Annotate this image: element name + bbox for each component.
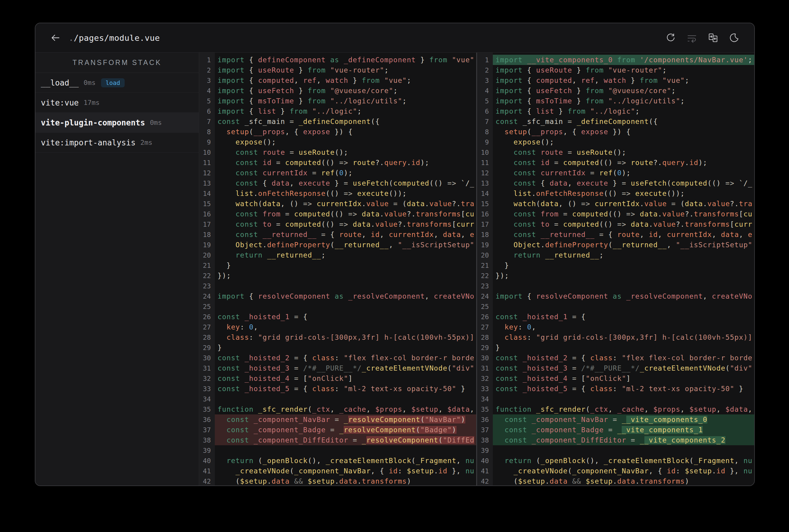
code-text: const _hoisted_5 = { class: "ml-2 text-x…	[215, 384, 476, 394]
code-line: 26const _hoisted_1 = {	[199, 312, 476, 322]
line-number: 17	[199, 221, 215, 228]
transform-stack-item-__load__[interactable]: __load__0msload	[35, 73, 199, 93]
code-line: 40 return (_openBlock(), _createElementB…	[199, 456, 476, 466]
code-line: 5import { msToTime } from "../logic/util…	[477, 96, 754, 106]
code-line: 25	[199, 301, 476, 312]
code-line: 18 const __returned__ = { route, id, cur…	[199, 229, 476, 240]
code-line: 28 class: "grid grid-cols-[300px,3fr] h-…	[477, 332, 754, 342]
plugin-name: vite:vue	[41, 98, 79, 107]
code-text: key: 0,	[493, 322, 754, 332]
transform-stack-item-vite:import-analysis[interactable]: vite:import-analysis2ms	[35, 133, 199, 153]
code-text	[493, 394, 754, 404]
code-line: 31const _hoisted_3 = /*#__PURE__*/_creat…	[477, 363, 754, 373]
line-number: 29	[199, 344, 215, 352]
side-by-side-button[interactable]	[707, 31, 720, 44]
line-number: 42	[477, 478, 493, 485]
line-number: 32	[477, 375, 493, 382]
code-line: 22});	[199, 270, 476, 281]
code-line: 14 list.onFetchResponse(() => execute())…	[477, 188, 754, 198]
line-number: 13	[199, 179, 215, 187]
line-number: 39	[199, 447, 215, 454]
line-number: 20	[199, 251, 215, 259]
diff-panel-original[interactable]: 1import { defineComponent as _defineComp…	[199, 53, 476, 486]
code-line: 9 expose();	[199, 137, 476, 147]
line-number: 38	[477, 436, 493, 444]
code-line: 8 setup(__props, { expose }) {	[477, 127, 754, 137]
code-line: 8 setup(__props, { expose }) {	[199, 127, 476, 137]
transform-stack-item-vite-plugin-components[interactable]: vite-plugin-components0ms	[35, 113, 199, 133]
transform-stack-item-vite:vue[interactable]: vite:vue17ms	[35, 93, 199, 113]
back-button[interactable]	[49, 31, 62, 44]
code-text	[493, 445, 754, 456]
code-line: 3import { computed, ref, watch } from "v…	[477, 75, 754, 86]
line-number: 23	[477, 282, 493, 290]
code-text: });	[215, 270, 476, 281]
transform-stack-sidebar: TRANSFORM STACK __load__0msloadvite:vue1…	[35, 53, 199, 486]
code-line: 30const _hoisted_2 = { class: "flex flex…	[199, 353, 476, 363]
refresh-button[interactable]	[664, 31, 677, 44]
line-number: 7	[199, 118, 215, 126]
code-line: 21 }	[199, 260, 476, 270]
inline-diff-button[interactable]	[685, 31, 699, 44]
line-number: 6	[199, 108, 215, 115]
code-line: 35function _sfc_render(_ctx, _cache, $pr…	[477, 404, 754, 414]
code-text: const route = useRoute();	[493, 147, 754, 157]
page-title: ./pages/module.vue	[69, 33, 160, 43]
code-line: 41 _createVNode(_component_NavBar, { id:…	[477, 466, 754, 476]
line-number: 35	[199, 406, 215, 413]
transform-stack-list: __load__0msloadvite:vue17msvite-plugin-c…	[35, 73, 199, 153]
code-text: return (_openBlock(), _createElementBloc…	[215, 456, 476, 466]
code-line: 34	[199, 394, 476, 404]
dark-mode-button[interactable]	[728, 31, 741, 44]
code-text: const _component_Badge = __vite_componen…	[493, 425, 754, 435]
line-number: 9	[199, 138, 215, 146]
diff-panel-transformed[interactable]: 1import __vite_components_0 from '/compo…	[476, 53, 754, 486]
line-number: 19	[477, 241, 493, 249]
code-text: const _sfc_main = _defineComponent({	[215, 116, 476, 127]
side-by-side-icon	[708, 33, 718, 43]
line-number: 30	[477, 354, 493, 362]
code-text: class: "grid grid-cols-[300px,3fr] h-[ca…	[493, 332, 754, 342]
code-line: 39	[199, 445, 476, 456]
line-number: 25	[477, 303, 493, 310]
code-line: 28 class: "grid grid-cols-[300px,3fr] h-…	[199, 332, 476, 342]
code-line: 29}	[477, 342, 754, 353]
line-number: 31	[199, 364, 215, 372]
code-text: const currentIdx = ref(0);	[493, 168, 754, 178]
code-text: }	[493, 260, 754, 270]
code-line: 19 Object.defineProperty(__returned__, "…	[199, 240, 476, 250]
code-text: const from = computed(() => data.value?.…	[215, 209, 476, 219]
arrow-left-icon	[50, 33, 60, 43]
line-number: 22	[477, 272, 493, 280]
line-number: 17	[477, 221, 493, 228]
code-line: 36 const _component_NavBar = __vite_comp…	[477, 414, 754, 425]
code-line: 24import { resolveComponent as _resolveC…	[199, 291, 476, 301]
line-number: 36	[477, 416, 493, 423]
code-text	[215, 301, 476, 312]
line-number: 21	[199, 262, 215, 269]
code-line: 6import { list } from "../logic";	[199, 106, 476, 116]
line-number: 3	[477, 77, 493, 84]
line-number: 4	[477, 87, 493, 95]
code-text: import { computed, ref, watch } from "vu…	[215, 75, 476, 86]
code-text: const _sfc_main = _defineComponent({	[493, 116, 754, 127]
code-text: key: 0,	[215, 322, 476, 332]
code-text: const { data, execute } = useFetch(compu…	[493, 178, 754, 188]
code-line: 2import { useRoute } from "vue-router";	[477, 65, 754, 75]
code-line: 30const _hoisted_2 = { class: "flex flex…	[477, 353, 754, 363]
line-number: 24	[199, 292, 215, 300]
line-number: 34	[477, 395, 493, 403]
code-line: 12 const currentIdx = ref(0);	[477, 168, 754, 178]
code-line: 10 const route = useRoute();	[477, 147, 754, 157]
code-line: 6import { list } from "../logic";	[477, 106, 754, 116]
code-line: 19 Object.defineProperty(__returned__, "…	[477, 240, 754, 250]
code-text: const _component_DiffEditor = _resolveCo…	[215, 435, 476, 445]
code-text: const route = useRoute();	[215, 147, 476, 157]
code-text: import { resolveComponent as _resolveCom…	[493, 291, 754, 301]
code-text: import { useRoute } from "vue-router";	[493, 65, 754, 75]
code-text: const _component_NavBar = __vite_compone…	[493, 414, 754, 425]
code-line: 23	[477, 281, 754, 291]
code-text: import { useRoute } from "vue-router";	[215, 65, 476, 75]
line-number: 40	[477, 457, 493, 464]
line-number: 38	[199, 436, 215, 444]
